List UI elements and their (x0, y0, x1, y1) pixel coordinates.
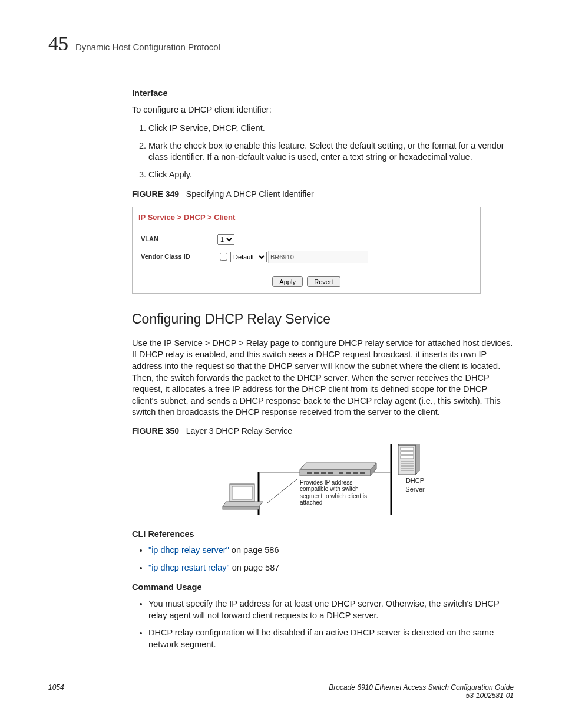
svg-rect-11 (346, 472, 351, 474)
switch-icon (300, 463, 376, 476)
step: Click Apply. (148, 169, 514, 181)
svg-rect-22 (401, 447, 414, 450)
figure-number: FIGURE 350 (132, 426, 179, 436)
doc-title: Brocade 6910 Ethernet Access Switch Conf… (329, 683, 514, 691)
list-item: You must specify the IP address for at l… (148, 598, 514, 621)
dhcp-server-icon (398, 444, 419, 475)
vendor-value-input[interactable] (268, 251, 368, 263)
list-item: "ip dhcp restart relay" on page 587 (148, 562, 514, 574)
section-heading: Configuring DHCP Relay Service (132, 310, 514, 328)
svg-rect-12 (353, 472, 358, 474)
page-number: 1054 (48, 683, 64, 700)
apply-button[interactable]: Apply (272, 276, 303, 287)
doc-number: 53-1002581-01 (466, 691, 514, 700)
figure-title: Layer 3 DHCP Relay Service (186, 426, 292, 436)
cli-references-heading: CLI References (132, 529, 514, 541)
list-item: DHCP relay configuration will be disable… (148, 627, 514, 650)
cli-link-rest: on page 587 (230, 563, 280, 572)
page-footer: 1054 Brocade 6910 Ethernet Access Switch… (48, 683, 514, 700)
cli-link[interactable]: "ip dhcp restart relay" (148, 563, 230, 572)
step: Click IP Service, DHCP, Client. (148, 123, 514, 134)
figure-number: FIGURE 349 (132, 189, 179, 199)
interface-steps: Click IP Service, DHCP, Client. Mark the… (132, 123, 514, 180)
step: Mark the check box to enable this featur… (148, 140, 514, 163)
svg-rect-16 (232, 486, 252, 499)
cli-link[interactable]: "ip dhcp relay server" (148, 545, 229, 555)
cli-link-rest: on page 586 (229, 545, 279, 555)
vendor-class-label: Vendor Class ID (141, 252, 217, 261)
figure-349-screenshot: IP Service > DHCP > Client VLAN 1 Vendor… (132, 207, 481, 294)
list-item: "ip dhcp relay server" on page 586 (148, 545, 514, 556)
svg-rect-10 (339, 472, 343, 474)
figure-caption: FIGURE 349 Specifying A DHCP Client Iden… (132, 189, 514, 200)
vlan-label: VLAN (141, 235, 217, 243)
interface-intro: To configure a DHCP client identifier: (132, 104, 514, 116)
figure-350-diagram: Provides IP address compatible with swit… (167, 444, 427, 521)
vendor-mode-select[interactable]: Default (230, 252, 267, 262)
svg-marker-17 (223, 502, 263, 506)
section-body: Use the IP Service > DHCP > Relay page t… (132, 338, 514, 419)
svg-rect-24 (401, 456, 414, 459)
svg-rect-13 (360, 472, 365, 474)
figure-title: Specifying A DHCP Client Identifier (186, 189, 314, 199)
page-header: 45 Dynamic Host Configuration Protocol (48, 32, 514, 55)
interface-heading: Interface (132, 88, 514, 100)
svg-rect-6 (307, 472, 312, 474)
vlan-select[interactable]: 1 (217, 234, 234, 245)
revert-button[interactable]: Revert (307, 276, 340, 287)
figure-caption: FIGURE 350 Layer 3 DHCP Relay Service (132, 426, 514, 437)
dhcp-server-label: DHCP Server (402, 476, 428, 494)
svg-line-14 (267, 479, 297, 503)
svg-rect-9 (328, 472, 333, 474)
svg-rect-18 (223, 506, 259, 509)
svg-rect-23 (401, 452, 414, 454)
chapter-number: 45 (48, 32, 68, 55)
command-usage-heading: Command Usage (132, 582, 514, 594)
breadcrumb: IP Service > DHCP > Client (133, 207, 480, 228)
vendor-enable-checkbox[interactable] (220, 253, 227, 261)
chapter-title: Dynamic Host Configuration Protocol (75, 42, 220, 52)
cli-references-list: "ip dhcp relay server" on page 586 "ip d… (132, 545, 514, 574)
svg-marker-3 (300, 463, 376, 470)
command-usage-list: You must specify the IP address for at l… (132, 598, 514, 650)
svg-rect-7 (314, 472, 319, 474)
svg-rect-8 (321, 472, 326, 474)
client-pc-icon (223, 484, 263, 509)
svg-marker-21 (416, 444, 419, 475)
diagram-note: Provides IP address compatible with swit… (300, 479, 382, 506)
